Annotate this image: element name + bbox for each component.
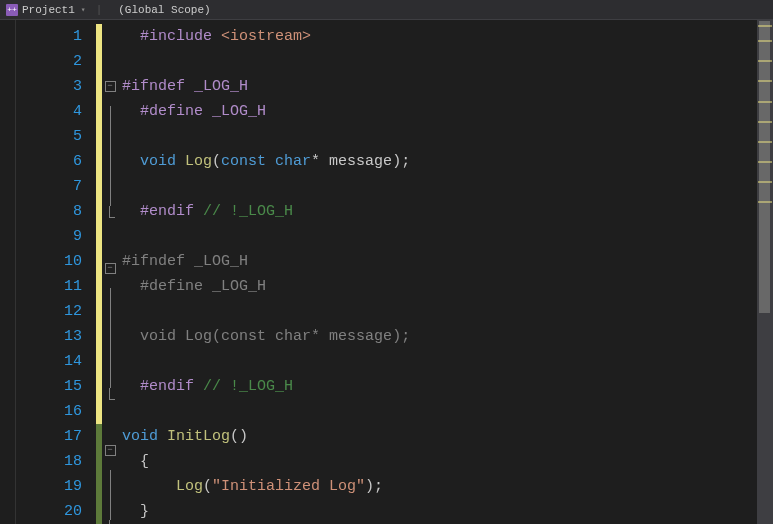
code-line xyxy=(122,174,757,199)
breadcrumb-project[interactable]: ++ Project1 xyxy=(0,0,81,19)
breadcrumb-project-label: Project1 xyxy=(22,4,75,16)
code-line: void InitLog() xyxy=(122,424,757,449)
line-number[interactable]: 12 xyxy=(16,299,96,324)
line-number[interactable]: 6 xyxy=(16,149,96,174)
fold-toggle[interactable]: − xyxy=(105,263,116,274)
fold-guide-end xyxy=(109,206,115,218)
breadcrumb-scope[interactable]: (Global Scope) xyxy=(106,0,773,19)
code-line: #define _LOG_H xyxy=(122,99,757,124)
code-line: void Log(const char* message); xyxy=(122,324,757,349)
fold-guide xyxy=(110,363,111,388)
code-line: #endif // !_LOG_H xyxy=(122,374,757,399)
code-editor[interactable]: #include <iostream> #ifndef _LOG_H #defi… xyxy=(118,20,757,524)
fold-guide-end xyxy=(109,520,115,524)
code-line: #ifndef _LOG_H xyxy=(122,74,757,99)
line-number[interactable]: 15 xyxy=(16,374,96,399)
code-line xyxy=(122,224,757,249)
code-line: #ifndef _LOG_H xyxy=(122,249,757,274)
line-number[interactable]: 18 xyxy=(16,449,96,474)
code-line xyxy=(122,399,757,424)
line-number[interactable]: 3 xyxy=(16,74,96,99)
line-number[interactable]: 8 xyxy=(16,199,96,224)
code-line: { xyxy=(122,449,757,474)
margin-indicator xyxy=(0,20,16,524)
fold-guide xyxy=(110,156,111,181)
scroll-marks xyxy=(757,20,773,524)
editor-area: 1 2 3 4 5 6 7 8 9 10 11 12 13 14 15 16 1… xyxy=(0,20,773,524)
outlining-gutter: − − − xyxy=(102,20,118,524)
line-number[interactable]: 17 xyxy=(16,424,96,449)
line-number[interactable]: 13 xyxy=(16,324,96,349)
code-line xyxy=(122,49,757,74)
fold-guide xyxy=(110,106,111,131)
breadcrumb-bar: ++ Project1 ▾ | (Global Scope) xyxy=(0,0,773,20)
line-number[interactable]: 7 xyxy=(16,174,96,199)
line-number[interactable]: 20 xyxy=(16,499,96,524)
code-line: #include <iostream> xyxy=(122,24,757,49)
fold-toggle[interactable]: − xyxy=(105,445,116,456)
line-number[interactable]: 1 xyxy=(16,24,96,49)
line-number[interactable]: 19 xyxy=(16,474,96,499)
fold-guide xyxy=(110,313,111,338)
line-number[interactable]: 16 xyxy=(16,399,96,424)
code-line: #define _LOG_H xyxy=(122,274,757,299)
fold-toggle[interactable]: − xyxy=(105,81,116,92)
fold-guide-end xyxy=(109,388,115,400)
fold-guide xyxy=(110,338,111,363)
fold-guide xyxy=(110,470,111,495)
fold-guide xyxy=(110,495,111,520)
line-number[interactable]: 10 xyxy=(16,249,96,274)
code-line xyxy=(122,124,757,149)
line-number-gutter: 1 2 3 4 5 6 7 8 9 10 11 12 13 14 15 16 1… xyxy=(16,20,96,524)
breadcrumb-scope-label: (Global Scope) xyxy=(118,4,210,16)
line-number[interactable]: 9 xyxy=(16,224,96,249)
line-number[interactable]: 4 xyxy=(16,99,96,124)
fold-guide xyxy=(110,131,111,156)
code-line xyxy=(122,299,757,324)
cpp-project-icon: ++ xyxy=(6,4,18,16)
code-line xyxy=(122,349,757,374)
fold-guide xyxy=(110,181,111,206)
code-line: Log("Initialized Log"); xyxy=(122,474,757,499)
breadcrumb-separator: | xyxy=(92,4,107,16)
fold-guide xyxy=(110,288,111,313)
chevron-down-icon[interactable]: ▾ xyxy=(81,5,86,14)
vertical-scrollbar[interactable] xyxy=(757,20,773,524)
line-number[interactable]: 5 xyxy=(16,124,96,149)
code-line: #endif // !_LOG_H xyxy=(122,199,757,224)
line-number[interactable]: 2 xyxy=(16,49,96,74)
code-line: void Log(const char* message); xyxy=(122,149,757,174)
line-number[interactable]: 11 xyxy=(16,274,96,299)
code-line: } xyxy=(122,499,757,524)
line-number[interactable]: 14 xyxy=(16,349,96,374)
